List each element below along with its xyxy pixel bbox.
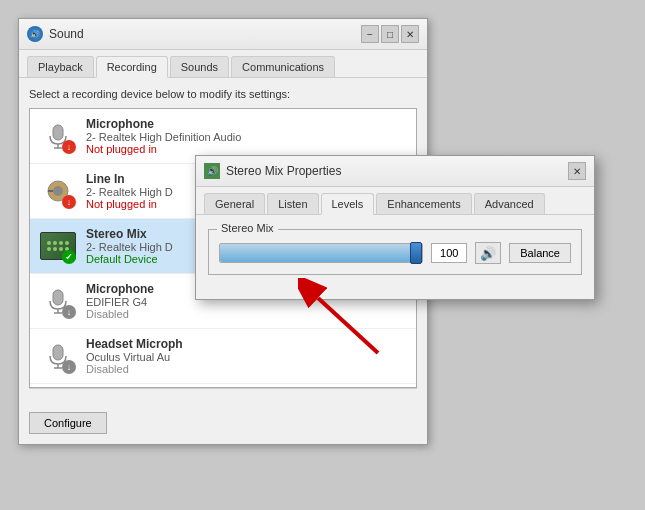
svg-point-4	[53, 186, 63, 196]
board-dot	[53, 247, 57, 251]
tab-recording[interactable]: Recording	[96, 56, 168, 78]
minimize-button[interactable]: −	[361, 25, 379, 43]
status-badge-stereo: ✓	[62, 250, 76, 264]
close-button[interactable]: ✕	[401, 25, 419, 43]
props-title-controls: ✕	[568, 162, 586, 180]
instruction-text: Select a recording device below to modif…	[29, 88, 417, 100]
configure-button[interactable]: Configure	[29, 412, 107, 434]
tab-listen[interactable]: Listen	[267, 193, 318, 214]
status-badge-headset: ↓	[62, 360, 76, 374]
svg-rect-0	[53, 125, 63, 140]
tab-levels[interactable]: Levels	[321, 193, 375, 215]
board-dot	[53, 241, 57, 245]
device-status-mic1: Not plugged in	[86, 143, 406, 155]
device-info-mic1: Microphone 2- Realtek High Definition Au…	[86, 117, 406, 155]
slider-thumb[interactable]	[410, 242, 422, 264]
balance-button[interactable]: Balance	[509, 243, 571, 263]
tab-sounds[interactable]: Sounds	[170, 56, 229, 77]
svg-rect-9	[53, 345, 63, 360]
props-title-text: Stereo Mix Properties	[226, 164, 341, 178]
watermark: WINDOWSDIGITAL.COM	[512, 491, 637, 502]
device-icon-wrap-headset: ↓	[40, 338, 76, 374]
tab-advanced[interactable]: Advanced	[474, 193, 545, 214]
level-row: 100 🔊 Balance	[219, 242, 571, 264]
title-controls: − □ ✕	[361, 25, 419, 43]
device-icon-wrap-linein: ↓	[40, 173, 76, 209]
device-status-headset: Disabled	[86, 363, 406, 375]
level-value: 100	[431, 243, 467, 263]
device-status-mic2: Disabled	[86, 308, 406, 320]
svg-rect-6	[53, 290, 63, 305]
sound-window-title: Sound	[49, 27, 84, 41]
props-close-button[interactable]: ✕	[568, 162, 586, 180]
scroll-bottom	[29, 388, 417, 404]
board-dot	[59, 247, 63, 251]
device-icon-wrap-mic1: ↓	[40, 118, 76, 154]
slider-fill	[220, 244, 422, 262]
device-name-headset: Headset Microph	[86, 337, 406, 351]
tab-enhancements[interactable]: Enhancements	[376, 193, 471, 214]
board-dot	[59, 241, 63, 245]
device-item-headset-mic[interactable]: ↓ Headset Microph Oculus Virtual Au Disa…	[30, 329, 416, 384]
board-dot	[65, 241, 69, 245]
device-info-headset: Headset Microph Oculus Virtual Au Disabl…	[86, 337, 406, 375]
tab-communications[interactable]: Communications	[231, 56, 335, 77]
status-badge-mic2: ↓	[62, 305, 76, 319]
sound-icon: 🔊	[27, 26, 43, 42]
device-desc-mic1: 2- Realtek High Definition Audio	[86, 131, 406, 143]
levels-group: Stereo Mix 100 🔊 Balance	[208, 229, 582, 275]
properties-dialog: 🔊 Stereo Mix Properties ✕ General Listen…	[195, 155, 595, 300]
status-badge-mic1: ↓	[62, 140, 76, 154]
device-icon-wrap-mic2: ↓	[40, 283, 76, 319]
props-title-left: 🔊 Stereo Mix Properties	[204, 163, 341, 179]
mute-button[interactable]: 🔊	[475, 242, 501, 264]
maximize-button[interactable]: □	[381, 25, 399, 43]
tab-general[interactable]: General	[204, 193, 265, 214]
props-content: Stereo Mix 100 🔊 Balance	[196, 215, 594, 299]
title-bar-left: 🔊 Sound	[27, 26, 84, 42]
board-dot	[47, 241, 51, 245]
device-icon-wrap-stereo: ✓	[40, 228, 76, 264]
tabs-bar: Playback Recording Sounds Communications	[19, 50, 427, 78]
levels-group-label: Stereo Mix	[217, 222, 278, 234]
props-tabs: General Listen Levels Enhancements Advan…	[196, 187, 594, 215]
volume-slider-track[interactable]	[219, 243, 423, 263]
status-badge-linein: ↓	[62, 195, 76, 209]
props-title-bar: 🔊 Stereo Mix Properties ✕	[196, 156, 594, 187]
sound-title-bar: 🔊 Sound − □ ✕	[19, 19, 427, 50]
device-desc-headset: Oculus Virtual Au	[86, 351, 406, 363]
tab-playback[interactable]: Playback	[27, 56, 94, 77]
board-dot	[47, 247, 51, 251]
device-name-mic1: Microphone	[86, 117, 406, 131]
props-icon: 🔊	[204, 163, 220, 179]
